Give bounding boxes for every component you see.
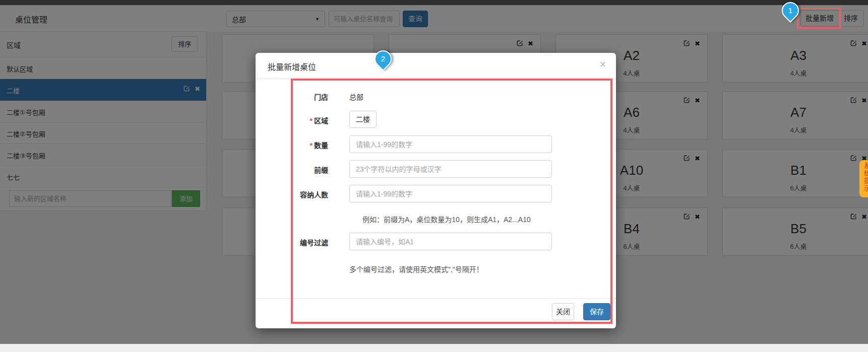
modal-footer: 关闭 保存 [256,298,616,299]
modal-header: 批量新增桌位 × [256,53,616,79]
count-input[interactable] [349,135,552,153]
required-mark: * [310,117,313,125]
capacity-field-label: 容纳人数 [268,189,328,199]
filter-input[interactable] [349,233,552,250]
prefix-input[interactable] [349,160,552,178]
prefix-field-label: 前缀 [268,165,328,175]
modal-close-button[interactable]: 关闭 [552,303,574,320]
batch-add-modal: 批量新增桌位 × 门店 总部 *区域 二楼 *数量 前缀 容纳人数 例如：前缀为… [256,53,616,328]
area-value-button[interactable]: 二楼 [349,111,377,128]
system-tip-tab[interactable]: 系统提示 [859,160,868,197]
capacity-input[interactable] [349,185,552,202]
close-icon[interactable]: × [599,59,606,70]
modal-save-button[interactable]: 保存 [583,303,610,320]
page-bottom-strip [0,344,868,352]
required-mark: * [310,142,313,150]
modal-title: 批量新增桌位 [268,60,316,73]
example-hint-text: 例如：前缀为A，桌位数量为10，则生成A1，A2...A10 [362,214,531,224]
count-field-label: *数量 [268,140,328,150]
store-field-label: 门店 [268,92,328,102]
filter-hint-text: 多个编号过滤，请使用英文模式","号隔开！ [349,264,483,274]
filter-field-label: 编号过滤 [268,237,328,247]
area-field-label: *区域 [268,115,328,125]
store-field-value: 总部 [349,92,363,102]
